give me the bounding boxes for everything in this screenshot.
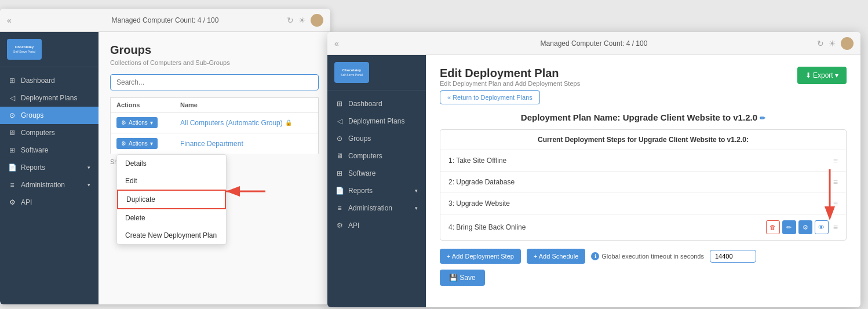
step-view-btn[interactable]: 👁 xyxy=(815,220,829,234)
window2-topbar: « Managed Computer Count: 4 / 100 ↻ ☀ xyxy=(327,32,860,55)
add-schedule-button[interactable]: + Add Schedule xyxy=(527,249,585,264)
row-link-1-w1[interactable]: All Computers (Automatic Group) 🔒 xyxy=(180,119,312,127)
sidebar-item-reports-w2[interactable]: 📄 Reports ▾ xyxy=(327,182,426,199)
sidebar-item-dashboard-w1[interactable]: ⊞ Dashboard xyxy=(0,72,99,89)
step-drag-3[interactable]: ≡ xyxy=(833,199,838,208)
sidebar-item-api-w2[interactable]: ⚙ API xyxy=(327,217,426,234)
sidebar-item-api-w1[interactable]: ⚙ API xyxy=(0,194,99,211)
sidebar-item-deployment-w2[interactable]: ◁ Deployment Plans xyxy=(327,112,426,130)
settings-icon[interactable]: ☀ xyxy=(298,16,306,25)
dropdown-duplicate-w1[interactable]: Duplicate xyxy=(117,190,226,209)
actions-btn-1-w1[interactable]: ⚙ Actions ▾ xyxy=(116,117,158,128)
sidebar-label-reports-w2: Reports xyxy=(348,187,373,195)
step-text-3: 3: Upgrade Website xyxy=(448,199,829,208)
plan-name-heading: Deployment Plan Name: Upgrade Client Web… xyxy=(440,112,847,122)
sidebar-item-groups-w1[interactable]: ⊙ Groups xyxy=(0,107,99,124)
logo-subtext-w2: Self-Serve Portal xyxy=(341,73,363,77)
step-edit-btn[interactable]: ✏ xyxy=(782,220,796,234)
sidebar-logo-w1: Chocolatey Self-Serve Portal xyxy=(0,32,99,67)
dropdown-delete-w1[interactable]: Delete xyxy=(117,209,226,227)
step-settings-btn[interactable]: ⚙ xyxy=(798,220,812,234)
sidebar-w2: Chocolatey Self-Serve Portal ⊞ Dashboard… xyxy=(327,55,426,307)
reports-icon-w2: 📄 xyxy=(335,187,344,195)
sidebar-item-deployment-w1[interactable]: ◁ Deployment Plans xyxy=(0,89,99,107)
timeout-input[interactable] xyxy=(710,250,756,263)
settings-icon-w2[interactable]: ☀ xyxy=(829,39,836,48)
step-row-4: 4: Bring Site Back Online 🗑 ✏ ⚙ 👁 ≡ xyxy=(440,215,846,240)
refresh-icon-w2[interactable]: ↻ xyxy=(817,39,824,48)
admin-icon-w2: ≡ xyxy=(335,204,344,212)
step-delete-btn[interactable]: 🗑 xyxy=(766,220,780,234)
row-name-2-w1: Finance Department xyxy=(180,140,243,148)
step-drag-1[interactable]: ≡ xyxy=(833,156,838,165)
logo-box-w1[interactable]: Chocolatey Self-Serve Portal xyxy=(7,39,42,60)
user-avatar-w2[interactable] xyxy=(841,37,854,50)
api-icon-w2: ⚙ xyxy=(335,221,344,230)
sidebar-item-reports-w1[interactable]: 📄 Reports ▾ xyxy=(0,159,99,176)
timeout-info-icon[interactable]: ℹ xyxy=(591,252,599,260)
steps-section: Current Deployment Steps for Upgrade Cli… xyxy=(440,129,847,241)
admin-arrow-w2: ▾ xyxy=(415,205,418,211)
dashboard-icon-w2: ⊞ xyxy=(335,100,344,108)
collapse-icon[interactable]: « xyxy=(7,16,12,25)
step-text-1: 1: Take Site Offline xyxy=(448,157,829,165)
table-header-w1: Actions Name xyxy=(110,97,319,112)
table-row-2-w1: ⚙ Actions ▾ Details Edit Duplicate Delet… xyxy=(110,133,319,154)
sidebar-item-administration-w2[interactable]: ≡ Administration ▾ xyxy=(327,199,426,217)
sidebar-label-computers-w2: Computers xyxy=(348,152,382,160)
caret-2-w1: ▾ xyxy=(150,140,153,147)
edit-plan-subtitle: Edit Deployment Plan and Add Deployment … xyxy=(440,80,580,87)
col-name-w1: Name xyxy=(180,101,312,108)
window2-body: Chocolatey Self-Serve Portal ⊞ Dashboard… xyxy=(327,55,860,307)
col-actions-w1: Actions xyxy=(116,101,180,108)
refresh-icon[interactable]: ↻ xyxy=(287,16,294,25)
actions-cell-2-w1: ⚙ Actions ▾ Details Edit Duplicate Delet… xyxy=(116,138,180,149)
export-button[interactable]: ⬇ Export ▾ xyxy=(797,67,847,84)
user-avatar[interactable] xyxy=(311,14,323,27)
row-name-1-w1: All Computers (Automatic Group) xyxy=(180,119,283,127)
sidebar-item-dashboard-w2[interactable]: ⊞ Dashboard xyxy=(327,95,426,112)
sidebar-label-dashboard-w2: Dashboard xyxy=(348,100,382,108)
step-drag-2[interactable]: ≡ xyxy=(833,177,838,187)
collapse-icon-w2[interactable]: « xyxy=(334,39,339,48)
save-button[interactable]: 💾 Save xyxy=(440,270,485,286)
page-subtitle-w1: Collections of Computers and Sub-Groups xyxy=(110,59,319,66)
plan-name-edit-icon[interactable]: ✏ xyxy=(760,114,765,122)
main-content-w1: Groups Collections of Computers and Sub-… xyxy=(99,32,330,304)
step-drag-4[interactable]: ≡ xyxy=(833,223,838,232)
sidebar-label-software-w2: Software xyxy=(348,169,375,177)
actions-cell-1-w1: ⚙ Actions ▾ xyxy=(116,117,180,128)
window1-body: Chocolatey Self-Serve Portal ⊞ Dashboard… xyxy=(0,32,330,304)
sidebar-label-groups-w2: Groups xyxy=(348,134,371,143)
computers-icon-w2: 🖥 xyxy=(335,152,344,160)
sidebar-item-computers-w2[interactable]: 🖥 Computers xyxy=(327,147,426,165)
dropdown-edit-w1[interactable]: Edit xyxy=(117,172,226,190)
sidebar-item-software-w1[interactable]: ⊞ Software xyxy=(0,141,99,159)
sidebar-item-groups-w2[interactable]: ⊙ Groups xyxy=(327,130,426,147)
actions-label-1-w1: Actions xyxy=(129,119,148,126)
gear-icon-2-w1: ⚙ xyxy=(121,140,126,147)
steps-title: Current Deployment Steps for Upgrade Cli… xyxy=(440,130,846,150)
topbar-icons-right-w2: ↻ ☀ xyxy=(817,37,854,50)
edit-plan-header: Edit Deployment Plan Edit Deployment Pla… xyxy=(440,67,847,87)
return-button[interactable]: « Return to Deployment Plans xyxy=(440,90,540,104)
page-title-w1: Groups xyxy=(110,43,319,57)
caret-1-w1: ▾ xyxy=(150,119,153,126)
dropdown-details-w1[interactable]: Details xyxy=(117,155,226,172)
actions-btn-2-w1[interactable]: ⚙ Actions ▾ xyxy=(116,138,158,149)
sidebar-label-groups-w1: Groups xyxy=(21,111,43,119)
row-link-2-w1[interactable]: Finance Department xyxy=(180,140,312,148)
search-input-w1[interactable] xyxy=(110,74,319,90)
groups-icon-w1: ⊙ xyxy=(8,111,16,119)
add-step-button[interactable]: + Add Deployment Step xyxy=(440,249,521,264)
software-icon-w2: ⊞ xyxy=(335,169,344,177)
sidebar-item-software-w2[interactable]: ⊞ Software xyxy=(327,165,426,182)
logo-box-w2[interactable]: Chocolatey Self-Serve Portal xyxy=(334,62,369,83)
software-icon-w1: ⊞ xyxy=(8,146,16,154)
logo-text-w2: Chocolatey xyxy=(342,68,361,72)
dropdown-create-deployment-w1[interactable]: Create New Deployment Plan xyxy=(117,227,226,244)
sidebar-item-administration-w1[interactable]: ≡ Administration ▾ xyxy=(0,176,99,194)
api-icon-w1: ⚙ xyxy=(8,198,16,206)
sidebar-item-computers-w1[interactable]: 🖥 Computers xyxy=(0,124,99,141)
sidebar-label-computers-w1: Computers xyxy=(21,129,55,137)
